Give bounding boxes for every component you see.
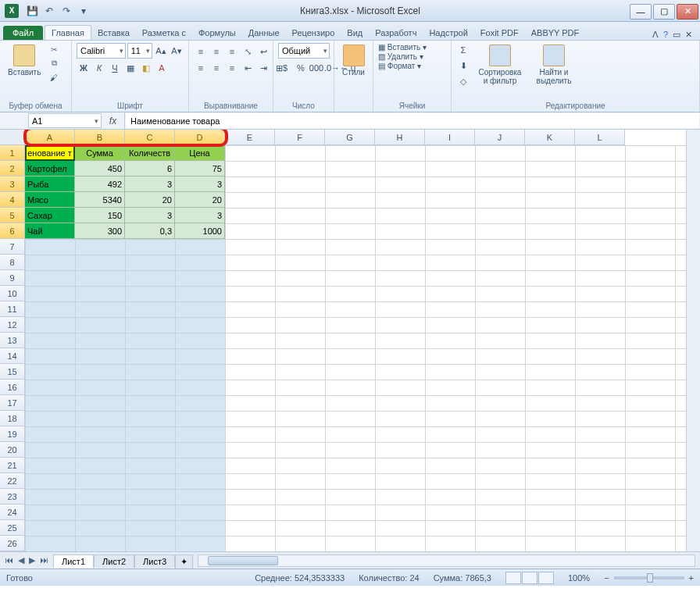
sheet-nav-last-icon[interactable]: ⏭ xyxy=(38,555,50,565)
column-header-F[interactable]: F xyxy=(275,130,325,145)
row-header-23[interactable]: 23 xyxy=(0,489,25,505)
tab-home[interactable]: Главная xyxy=(45,25,91,40)
tab-data[interactable]: Данные xyxy=(242,26,286,40)
cell-C5[interactable]: 3 xyxy=(125,208,175,223)
select-all-corner[interactable] xyxy=(0,130,25,145)
copy-icon[interactable]: ⧉ xyxy=(47,57,61,70)
percent-icon[interactable]: % xyxy=(294,61,308,75)
cell-C2[interactable]: 6 xyxy=(125,161,175,176)
align-center-icon[interactable]: ≡ xyxy=(209,61,223,75)
tab-insert[interactable]: Вставка xyxy=(91,26,136,40)
cell-B5[interactable]: 150 xyxy=(75,208,125,223)
row-header-18[interactable]: 18 xyxy=(0,411,25,426)
grow-font-icon[interactable]: A▴ xyxy=(154,44,168,58)
tab-addins[interactable]: Надстрой xyxy=(423,26,473,40)
cell-C1[interactable]: Количеств xyxy=(125,145,175,161)
cell-D1[interactable]: Цена xyxy=(175,145,225,161)
row-header-21[interactable]: 21 xyxy=(0,458,25,473)
shrink-font-icon[interactable]: A▾ xyxy=(170,44,184,58)
cell-C6[interactable]: 0,3 xyxy=(125,223,175,239)
row-header-19[interactable]: 19 xyxy=(0,426,25,442)
border-button[interactable]: ▦ xyxy=(123,61,138,75)
row-header-1[interactable]: 1 xyxy=(0,145,25,161)
font-name-combo[interactable]: Calibri xyxy=(77,43,126,59)
column-header-B[interactable]: B xyxy=(75,130,125,145)
undo-icon[interactable]: ↶ xyxy=(42,4,56,18)
cell-A6[interactable]: Чай xyxy=(25,223,75,239)
paste-button[interactable]: Вставить xyxy=(5,43,44,78)
minimize-button[interactable]: — xyxy=(630,4,652,20)
doc-close-icon[interactable]: ✕ xyxy=(685,30,692,40)
row-header-7[interactable]: 7 xyxy=(0,239,25,255)
row-header-20[interactable]: 20 xyxy=(0,442,25,458)
italic-button[interactable]: К xyxy=(92,61,106,75)
cell-B6[interactable]: 300 xyxy=(75,223,125,239)
column-header-I[interactable]: I xyxy=(425,130,475,145)
view-layout-icon[interactable] xyxy=(522,572,538,584)
sheet-nav-first-icon[interactable]: ⏮ xyxy=(3,555,15,565)
row-header-11[interactable]: 11 xyxy=(0,301,25,317)
cut-icon[interactable]: ✂ xyxy=(47,43,61,55)
maximize-button[interactable]: ▢ xyxy=(653,4,675,20)
column-header-G[interactable]: G xyxy=(325,130,375,145)
fill-icon[interactable]: ⬇ xyxy=(456,59,470,73)
new-sheet-icon[interactable]: ✦ xyxy=(175,554,193,569)
format-cells-button[interactable]: ▤ Формат ▾ xyxy=(378,62,446,70)
cell-D5[interactable]: 3 xyxy=(175,208,225,223)
cell-B2[interactable]: 450 xyxy=(75,161,125,176)
redo-icon[interactable]: ↷ xyxy=(59,4,73,18)
cell-A1[interactable]: енование т xyxy=(25,145,75,161)
row-header-26[interactable]: 26 xyxy=(0,536,25,551)
view-normal-icon[interactable] xyxy=(505,572,521,584)
align-middle-icon[interactable]: ≡ xyxy=(209,45,223,59)
column-header-C[interactable]: C xyxy=(125,130,175,145)
row-header-10[interactable]: 10 xyxy=(0,286,25,301)
zoom-level[interactable]: 100% xyxy=(568,573,590,583)
align-right-icon[interactable]: ≡ xyxy=(225,61,239,75)
wrap-text-icon[interactable]: ↩ xyxy=(256,45,270,59)
formula-input[interactable] xyxy=(126,113,699,128)
row-header-22[interactable]: 22 xyxy=(0,473,25,489)
align-top-icon[interactable]: ≡ xyxy=(194,45,208,59)
tab-abbyy[interactable]: ABBYY PDF xyxy=(525,26,586,40)
row-header-14[interactable]: 14 xyxy=(0,348,25,364)
cell-C3[interactable]: 3 xyxy=(125,176,175,192)
autosum-icon[interactable]: Σ xyxy=(456,43,470,57)
zoom-slider[interactable] xyxy=(614,576,684,579)
help-icon[interactable]: ? xyxy=(663,30,668,40)
doc-restore-icon[interactable]: ▭ xyxy=(673,30,680,40)
comma-icon[interactable]: 000 xyxy=(309,61,323,75)
tab-review[interactable]: Рецензиро xyxy=(286,26,341,40)
zoom-in-icon[interactable]: + xyxy=(689,573,694,583)
number-format-combo[interactable]: Общий xyxy=(278,43,330,59)
row-header-2[interactable]: 2 xyxy=(0,161,25,176)
minimize-ribbon-icon[interactable]: ᐱ xyxy=(652,30,659,40)
cell-D4[interactable]: 20 xyxy=(175,192,225,208)
column-header-H[interactable]: H xyxy=(375,130,425,145)
align-left-icon[interactable]: ≡ xyxy=(194,61,208,75)
find-select-button[interactable]: Найти и выделить xyxy=(530,43,578,87)
font-color-button[interactable]: A xyxy=(155,61,169,75)
column-header-D[interactable]: D xyxy=(175,130,225,145)
vertical-scrollbar[interactable] xyxy=(686,130,700,551)
cell-B4[interactable]: 5340 xyxy=(75,192,125,208)
sheet-nav-prev-icon[interactable]: ◀ xyxy=(16,555,26,565)
zoom-out-icon[interactable]: − xyxy=(604,573,609,583)
qat-more-icon[interactable]: ▾ xyxy=(77,4,91,18)
clear-icon[interactable]: ◇ xyxy=(456,74,470,88)
sheet-tab-2[interactable]: Лист2 xyxy=(94,554,134,568)
row-header-8[interactable]: 8 xyxy=(0,255,25,270)
cell-A4[interactable]: Мясо xyxy=(25,192,75,208)
underline-button[interactable]: Ч xyxy=(108,61,122,75)
format-painter-icon[interactable]: 🖌 xyxy=(47,71,61,84)
fx-icon[interactable]: fx xyxy=(102,112,125,129)
save-icon[interactable]: 💾 xyxy=(25,4,39,18)
currency-icon[interactable]: $ xyxy=(278,61,292,75)
column-header-E[interactable]: E xyxy=(225,130,275,145)
cell-A5[interactable]: Сахар xyxy=(25,208,75,223)
row-header-13[interactable]: 13 xyxy=(0,333,25,348)
column-header-K[interactable]: K xyxy=(525,130,575,145)
font-size-combo[interactable]: 11 xyxy=(127,43,152,59)
row-header-24[interactable]: 24 xyxy=(0,505,25,520)
row-header-15[interactable]: 15 xyxy=(0,364,25,380)
